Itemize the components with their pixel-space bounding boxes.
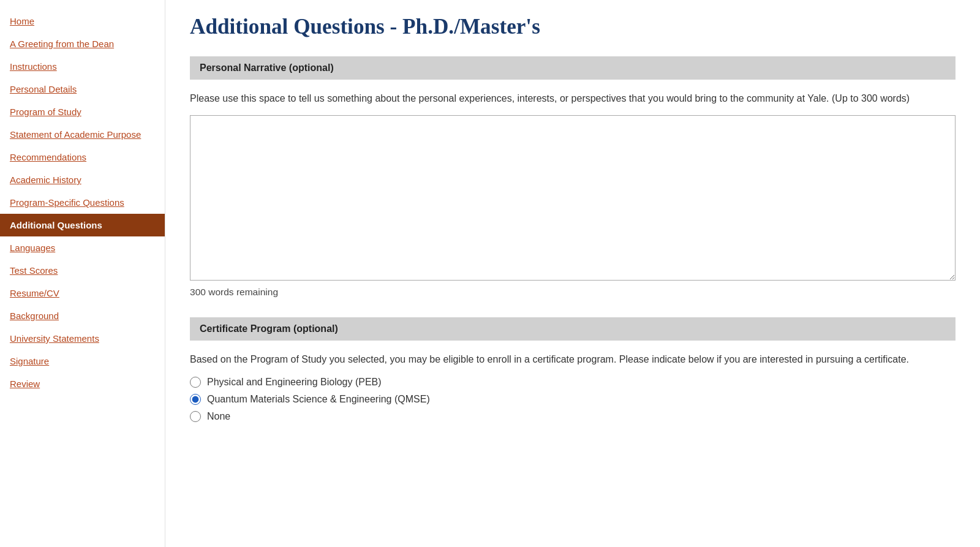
radio-label-peb: Physical and Engineering Biology (PEB) bbox=[207, 377, 382, 388]
certificate-section-header: Certificate Program (optional) bbox=[190, 317, 956, 341]
sidebar-item-greeting[interactable]: A Greeting from the Dean bbox=[0, 32, 165, 55]
page-title: Additional Questions - Ph.D./Master's bbox=[190, 15, 956, 39]
radio-input-none[interactable] bbox=[190, 411, 201, 422]
sidebar-item-statement[interactable]: Statement of Academic Purpose bbox=[0, 123, 165, 146]
radio-option-none[interactable]: None bbox=[190, 411, 956, 422]
sidebar-item-resume-cv[interactable]: Resume/CV bbox=[0, 282, 165, 304]
narrative-description: Please use this space to tell us somethi… bbox=[190, 91, 956, 107]
sidebar-item-background[interactable]: Background bbox=[0, 304, 165, 327]
narrative-section-header: Personal Narrative (optional) bbox=[190, 56, 956, 80]
sidebar-item-recommendations[interactable]: Recommendations bbox=[0, 146, 165, 168]
radio-label-none: None bbox=[207, 411, 230, 422]
certificate-description: Based on the Program of Study you select… bbox=[190, 352, 956, 368]
narrative-textarea[interactable] bbox=[190, 115, 956, 281]
sidebar-item-review[interactable]: Review bbox=[0, 372, 165, 395]
words-remaining: 300 words remaining bbox=[190, 287, 956, 298]
certificate-options: Physical and Engineering Biology (PEB)Qu… bbox=[190, 377, 956, 422]
radio-option-qmse[interactable]: Quantum Materials Science & Engineering … bbox=[190, 394, 956, 405]
radio-input-qmse[interactable] bbox=[190, 394, 201, 405]
sidebar-item-academic-history[interactable]: Academic History bbox=[0, 168, 165, 191]
sidebar-item-signature[interactable]: Signature bbox=[0, 350, 165, 372]
sidebar-item-instructions[interactable]: Instructions bbox=[0, 55, 165, 78]
sidebar: HomeA Greeting from the DeanInstructions… bbox=[0, 0, 165, 547]
main-content: Additional Questions - Ph.D./Master's Pe… bbox=[165, 0, 980, 547]
radio-input-peb[interactable] bbox=[190, 377, 201, 388]
sidebar-item-additional-questions[interactable]: Additional Questions bbox=[0, 214, 165, 236]
sidebar-item-program-of-study[interactable]: Program of Study bbox=[0, 100, 165, 123]
sidebar-item-university-statements[interactable]: University Statements bbox=[0, 327, 165, 350]
sidebar-item-home[interactable]: Home bbox=[0, 10, 165, 32]
radio-label-qmse: Quantum Materials Science & Engineering … bbox=[207, 394, 430, 405]
radio-option-peb[interactable]: Physical and Engineering Biology (PEB) bbox=[190, 377, 956, 388]
sidebar-item-personal-details[interactable]: Personal Details bbox=[0, 78, 165, 100]
sidebar-item-test-scores[interactable]: Test Scores bbox=[0, 259, 165, 282]
sidebar-item-languages[interactable]: Languages bbox=[0, 236, 165, 259]
sidebar-item-program-specific[interactable]: Program-Specific Questions bbox=[0, 191, 165, 214]
